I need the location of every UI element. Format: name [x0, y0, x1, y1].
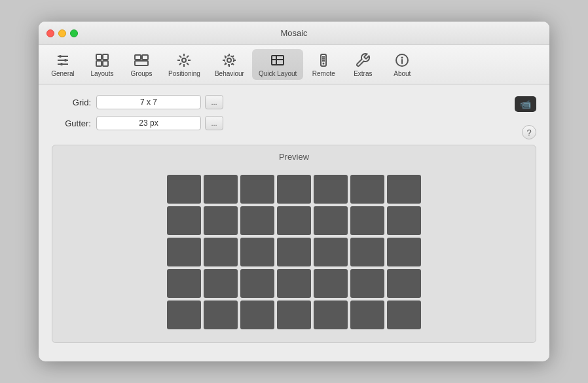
svg-rect-68	[350, 301, 384, 329]
svg-rect-55	[387, 238, 421, 266]
grid-row: Grid: ...	[52, 95, 515, 109]
svg-rect-44	[240, 206, 274, 235]
grid-dots-button[interactable]: ...	[205, 95, 223, 109]
svg-rect-67	[314, 301, 348, 329]
gutter-input[interactable]	[96, 116, 201, 130]
toolbar-label-remote: Remote	[312, 70, 335, 77]
svg-point-28	[323, 63, 325, 65]
svg-line-20	[179, 63, 181, 65]
svg-point-3	[59, 55, 62, 58]
toolbar-item-positioning[interactable]: Positioning	[162, 49, 207, 80]
svg-rect-46	[314, 206, 348, 235]
main-window: Mosaic General	[39, 22, 549, 361]
preview-panel: Preview	[52, 145, 536, 343]
gutter-row: Gutter: ...	[52, 116, 515, 130]
toolbar-item-extras[interactable]: Extras	[344, 49, 382, 80]
video-icon: 📹	[520, 99, 531, 109]
about-icon	[392, 52, 413, 69]
svg-rect-64	[204, 301, 238, 329]
svg-rect-36	[204, 175, 238, 204]
remote-icon	[313, 52, 334, 69]
sliders-icon	[52, 52, 73, 69]
form-and-controls: Grid: ... Gutter: ... 📹 ?	[52, 95, 536, 139]
svg-rect-38	[277, 175, 311, 204]
svg-rect-35	[167, 175, 201, 204]
preview-label: Preview	[59, 152, 529, 162]
toolbar-label-groups: Groups	[131, 70, 153, 77]
grid-preview	[160, 168, 428, 336]
behaviour-icon	[219, 52, 240, 69]
traffic-lights	[46, 29, 78, 37]
toolbar-item-quick-layout[interactable]: Quick Layout	[252, 49, 303, 80]
svg-rect-52	[277, 238, 311, 266]
groups-icon	[131, 52, 152, 69]
toolbar-label-general: General	[51, 70, 75, 77]
svg-rect-12	[135, 61, 148, 65]
quick-layout-icon	[267, 52, 288, 69]
toolbar: General Layouts G	[39, 45, 549, 84]
toolbar-label-about: About	[394, 70, 411, 77]
svg-rect-63	[167, 301, 201, 329]
titlebar: Mosaic	[39, 22, 549, 45]
svg-rect-8	[96, 61, 101, 66]
svg-rect-60	[314, 269, 348, 298]
gutter-dots-button[interactable]: ...	[205, 116, 223, 130]
svg-rect-39	[314, 175, 348, 204]
svg-point-13	[182, 58, 186, 62]
toolbar-item-remote[interactable]: Remote	[304, 49, 342, 80]
svg-rect-61	[350, 269, 384, 298]
svg-rect-7	[103, 54, 108, 60]
svg-rect-51	[240, 238, 274, 266]
right-controls: 📹 ?	[515, 95, 536, 139]
gutter-label: Gutter:	[52, 119, 91, 128]
svg-rect-11	[142, 55, 148, 60]
window-title: Mosaic	[280, 28, 307, 38]
svg-line-19	[187, 63, 189, 65]
svg-rect-69	[387, 301, 421, 329]
svg-rect-56	[167, 269, 201, 298]
grid-input[interactable]	[96, 95, 201, 109]
help-icon: ?	[526, 128, 531, 137]
svg-point-5	[60, 63, 63, 65]
toolbar-item-layouts[interactable]: Layouts	[83, 49, 121, 80]
svg-rect-58	[240, 269, 274, 298]
svg-point-4	[64, 59, 67, 62]
toolbar-label-quick-layout: Quick Layout	[259, 70, 297, 77]
toolbar-item-about[interactable]: About	[383, 49, 421, 80]
svg-rect-49	[167, 238, 201, 266]
svg-rect-57	[204, 269, 238, 298]
svg-rect-37	[240, 175, 274, 204]
svg-rect-10	[135, 55, 141, 60]
svg-rect-66	[277, 301, 311, 329]
toolbar-label-behaviour: Behaviour	[215, 70, 244, 77]
svg-rect-43	[204, 206, 238, 235]
toolbar-item-groups[interactable]: Groups	[122, 49, 160, 80]
maximize-button[interactable]	[70, 29, 78, 37]
svg-point-22	[227, 58, 231, 62]
toolbar-label-extras: Extras	[354, 70, 372, 77]
toolbar-label-layouts: Layouts	[90, 70, 113, 77]
svg-line-18	[179, 56, 181, 58]
video-button[interactable]: 📹	[515, 96, 536, 112]
svg-rect-41	[387, 175, 421, 204]
svg-rect-50	[204, 238, 238, 266]
svg-rect-9	[103, 61, 108, 66]
svg-rect-59	[277, 269, 311, 298]
svg-rect-65	[240, 301, 274, 329]
grid-label: Grid:	[52, 98, 91, 107]
extras-icon	[352, 52, 373, 69]
svg-line-21	[187, 56, 189, 58]
help-button[interactable]: ?	[522, 125, 536, 139]
svg-rect-6	[96, 54, 101, 60]
toolbar-item-general[interactable]: General	[44, 49, 82, 80]
svg-rect-40	[350, 175, 384, 204]
minimize-button[interactable]	[58, 29, 66, 37]
svg-rect-47	[350, 206, 384, 235]
form-fields: Grid: ... Gutter: ...	[52, 95, 515, 137]
svg-rect-53	[314, 238, 348, 266]
content-area: Grid: ... Gutter: ... 📹 ?	[39, 84, 549, 361]
close-button[interactable]	[46, 29, 54, 37]
toolbar-item-behaviour[interactable]: Behaviour	[208, 49, 251, 80]
positioning-icon	[174, 52, 194, 69]
svg-rect-62	[387, 269, 421, 298]
